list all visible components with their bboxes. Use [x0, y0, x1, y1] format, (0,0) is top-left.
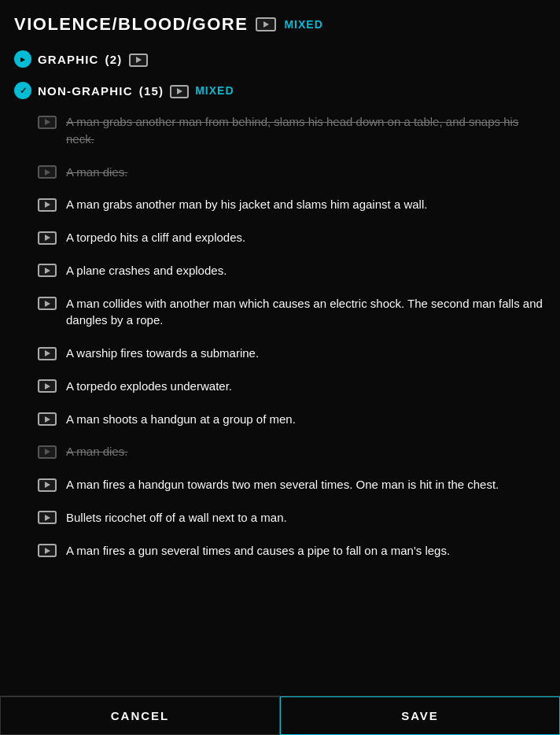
item-text: A man grabs another man by his jacket an… — [66, 196, 427, 213]
item-video-icon — [38, 296, 57, 311]
mixed-badge: MIXED — [284, 18, 322, 31]
item-video-icon — [38, 543, 57, 558]
video-icon — [38, 116, 57, 129]
item-video-icon — [38, 412, 57, 427]
item-video-icon — [38, 345, 57, 360]
list-item[interactable]: Bullets ricochet off of a wall next to a… — [38, 501, 546, 534]
graphic-count: (2) — [105, 53, 123, 66]
video-icon — [38, 297, 57, 310]
item-text: A man grabs another man from behind, sla… — [66, 113, 546, 148]
non-graphic-video-icon — [170, 83, 189, 98]
item-text: A man fires a gun several times and caus… — [66, 542, 450, 560]
non-graphic-items-list: A man grabs another man from behind, sla… — [14, 105, 546, 567]
item-video-icon — [38, 444, 57, 459]
item-video-icon — [38, 379, 57, 393]
graphic-label: GRAPHIC — [38, 53, 99, 66]
page-container: VIOLENCE/BLOOD/GORE MIXED GRAPHIC (2) NO… — [0, 0, 560, 735]
item-text: A man shoots a handgun at a group of men… — [66, 411, 296, 428]
video-icon — [38, 544, 57, 557]
list-item[interactable]: A torpedo explodes underwater. — [38, 370, 546, 403]
item-video-icon — [38, 230, 57, 245]
list-item[interactable]: A warship fires towards a submarine. — [38, 337, 546, 370]
list-item[interactable]: A man fires a handgun towards two men se… — [38, 468, 546, 501]
graphic-toggle[interactable] — [14, 50, 31, 68]
non-graphic-mixed-badge: MIXED — [195, 84, 234, 97]
item-text: A man dies. — [66, 164, 127, 181]
item-text: A man dies. — [66, 443, 127, 460]
content-area: GRAPHIC (2) NON-GRAPHIC (15) MIXED A man… — [0, 42, 560, 696]
footer: CANCEL SAVE — [0, 696, 560, 735]
item-text: A torpedo hits a cliff and explodes. — [66, 229, 245, 246]
video-icon — [256, 17, 276, 31]
item-video-icon — [38, 114, 57, 129]
video-icon — [38, 511, 57, 524]
video-icon — [38, 165, 57, 179]
video-icon — [38, 231, 57, 245]
video-icon — [38, 379, 57, 393]
list-item[interactable]: A man fires a gun several times and caus… — [38, 534, 546, 567]
item-text: A man collides with another man which ca… — [66, 295, 546, 330]
item-text: A plane crashes and explodes. — [66, 262, 227, 279]
video-icon — [170, 85, 189, 98]
video-icon — [129, 54, 148, 67]
list-item[interactable]: A man dies. — [38, 156, 546, 189]
video-icon — [38, 264, 57, 277]
list-item[interactable]: A man shoots a handgun at a group of men… — [38, 403, 546, 436]
header-video-icon — [256, 17, 276, 31]
section-graphic[interactable]: GRAPHIC (2) — [14, 42, 546, 74]
video-icon — [38, 347, 57, 360]
save-button[interactable]: SAVE — [280, 696, 560, 735]
item-video-icon — [38, 263, 57, 278]
item-text: A man fires a handgun towards two men se… — [66, 476, 499, 493]
page-title: VIOLENCE/BLOOD/GORE — [14, 14, 248, 35]
item-video-icon — [38, 477, 57, 492]
list-item[interactable]: A plane crashes and explodes. — [38, 254, 546, 287]
video-icon — [38, 445, 57, 459]
list-item[interactable]: A man dies. — [38, 435, 546, 468]
item-video-icon — [38, 164, 57, 179]
non-graphic-count: (15) — [139, 84, 164, 98]
item-video-icon — [38, 510, 57, 525]
list-item[interactable]: A man grabs another man by his jacket an… — [38, 188, 546, 221]
cancel-button[interactable]: CANCEL — [0, 696, 280, 735]
item-text: A warship fires towards a submarine. — [66, 345, 259, 362]
video-icon — [38, 198, 57, 212]
non-graphic-toggle[interactable] — [14, 82, 31, 99]
video-icon — [38, 478, 57, 492]
video-icon — [38, 412, 57, 426]
header: VIOLENCE/BLOOD/GORE MIXED — [0, 0, 560, 42]
item-video-icon — [38, 197, 57, 212]
list-item[interactable]: A man grabs another man from behind, sla… — [38, 105, 546, 156]
graphic-video-icon — [129, 52, 148, 67]
list-item[interactable]: A torpedo hits a cliff and explodes. — [38, 221, 546, 254]
item-text: Bullets ricochet off of a wall next to a… — [66, 509, 287, 526]
item-text: A torpedo explodes underwater. — [66, 378, 232, 395]
list-item[interactable]: A man collides with another man which ca… — [38, 287, 546, 338]
section-non-graphic[interactable]: NON-GRAPHIC (15) MIXED — [14, 74, 546, 105]
non-graphic-label: NON-GRAPHIC — [38, 84, 133, 98]
